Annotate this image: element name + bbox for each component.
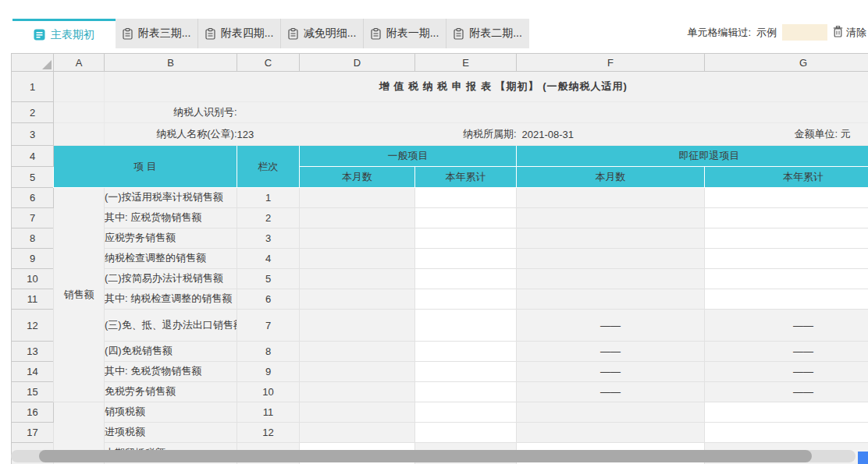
tab-appendix-1[interactable]: 附表一期...: [364, 19, 446, 48]
cell: [517, 402, 705, 423]
line-no: 2: [237, 208, 300, 228]
select-all-corner[interactable]: [12, 54, 54, 72]
row-header[interactable]: 4: [12, 146, 54, 167]
tab-appendix-3[interactable]: 附表三期...: [116, 19, 198, 48]
cell[interactable]: [415, 228, 517, 249]
cell[interactable]: [705, 249, 868, 269]
cell[interactable]: [415, 382, 517, 402]
tax-period-label: 纳税所属期:: [415, 123, 517, 146]
line-no: 12: [237, 423, 300, 443]
cell: [300, 310, 415, 342]
sheet-title: 增 值 税 纳 税 申 报 表 【期初】 (一般纳税人适用): [105, 72, 868, 102]
row-header[interactable]: 11: [12, 289, 54, 310]
row-label: 纳税检查调整的销售额: [105, 249, 237, 269]
column-header[interactable]: G: [705, 54, 868, 72]
cell[interactable]: [415, 269, 517, 289]
row-header[interactable]: 14: [12, 362, 54, 382]
row-header[interactable]: 16: [12, 402, 54, 423]
clipboard-icon: [288, 28, 298, 40]
cell[interactable]: [415, 188, 517, 208]
clipboard-icon: [454, 28, 464, 40]
row-header[interactable]: 12: [12, 310, 54, 342]
row-label: 其中: 应税货物销售额: [105, 208, 237, 228]
clear-button[interactable]: 清除: [833, 26, 866, 40]
scrollbar-corner: [858, 452, 868, 464]
cell: [517, 249, 705, 269]
cell: [54, 72, 105, 102]
cell[interactable]: [705, 423, 868, 443]
cell[interactable]: [705, 402, 868, 423]
cell: [517, 269, 705, 289]
cell: [300, 402, 415, 423]
corner-triangle-icon: [42, 60, 52, 69]
row-header[interactable]: 2: [12, 102, 54, 123]
cell: [54, 123, 105, 146]
row-header[interactable]: 15: [12, 382, 54, 402]
row-header[interactable]: 6: [12, 188, 54, 208]
tax-period-value: 2021-08-31: [517, 123, 705, 146]
header-year: 本年累计: [415, 167, 517, 188]
cell[interactable]: [415, 208, 517, 228]
cell: [300, 188, 415, 208]
cell[interactable]: [415, 423, 517, 443]
cell[interactable]: [415, 362, 517, 382]
cell: [300, 423, 415, 443]
tab-reduction-detail[interactable]: 减免明细...: [281, 19, 364, 48]
line-no: 6: [237, 289, 300, 310]
row-header[interactable]: 8: [12, 228, 54, 249]
column-header[interactable]: F: [517, 54, 705, 72]
row-header[interactable]: 5: [12, 167, 54, 188]
column-header[interactable]: E: [415, 54, 517, 72]
inactive-tab-group: 附表三期... 附表四期... 减免明细... 附表一期... 附表二期...: [116, 19, 529, 48]
line-no: 7: [237, 310, 300, 342]
sample-color-swatch: [782, 24, 827, 41]
cell[interactable]: [415, 249, 517, 269]
row-header[interactable]: 13: [12, 342, 54, 362]
cell: [54, 102, 105, 123]
unit-label: 金额单位: 元: [705, 123, 868, 146]
line-no: 8: [237, 342, 300, 362]
column-header[interactable]: D: [300, 54, 415, 72]
header-refund-items: 即征即退项目: [517, 146, 868, 167]
cell: ——: [705, 382, 868, 402]
horizontal-scrollbar-thumb[interactable]: [39, 450, 812, 462]
row-header[interactable]: 17: [12, 423, 54, 443]
column-header[interactable]: B: [105, 54, 237, 72]
cell[interactable]: [415, 289, 517, 310]
column-header[interactable]: C: [237, 54, 300, 72]
tab-label: 减免明细...: [304, 27, 357, 41]
cell: [517, 228, 705, 249]
line-no: 3: [237, 228, 300, 249]
row-label: (二)按简易办法计税销售额: [105, 269, 237, 289]
cell: [517, 188, 705, 208]
cell: [300, 208, 415, 228]
cell[interactable]: [415, 402, 517, 423]
tab-appendix-4[interactable]: 附表四期...: [198, 19, 281, 48]
cell[interactable]: [705, 228, 868, 249]
cell[interactable]: [705, 208, 868, 228]
cell[interactable]: [415, 310, 517, 342]
row-header[interactable]: 10: [12, 269, 54, 289]
row-header[interactable]: 1: [12, 72, 54, 102]
tab-main-initial[interactable]: 主表期初: [12, 19, 116, 48]
clipboard-icon: [123, 28, 133, 40]
horizontal-scrollbar-track[interactable]: [11, 450, 856, 462]
row-label: (三)免、抵、退办法出口销售额: [105, 310, 237, 342]
line-no: 5: [237, 269, 300, 289]
line-no: 4: [237, 249, 300, 269]
column-header[interactable]: A: [54, 54, 105, 72]
tab-appendix-2[interactable]: 附表二期...: [446, 19, 529, 48]
cell[interactable]: [705, 269, 868, 289]
row-header[interactable]: 7: [12, 208, 54, 228]
row-header[interactable]: 9: [12, 249, 54, 269]
cell: ——: [705, 342, 868, 362]
cell: [300, 249, 415, 269]
row-label: 其中: 免税货物销售额: [105, 362, 237, 382]
header-general-items: 一般项目: [300, 146, 517, 167]
cell[interactable]: [705, 188, 868, 208]
row-header[interactable]: 3: [12, 123, 54, 146]
cell: [300, 228, 415, 249]
header-year: 本年累计: [705, 167, 868, 188]
cell[interactable]: [705, 289, 868, 310]
cell[interactable]: [415, 342, 517, 362]
